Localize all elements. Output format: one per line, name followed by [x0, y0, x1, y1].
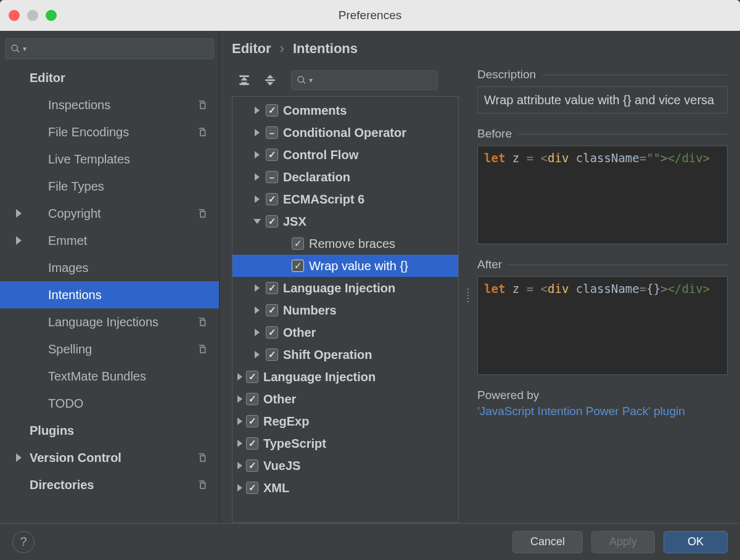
checkbox[interactable] — [246, 415, 258, 427]
sidebar-item-copyright[interactable]: Copyright — [0, 200, 219, 227]
sidebar-item-directories[interactable]: Directories — [0, 471, 219, 498]
chevron-right-icon[interactable] — [234, 437, 246, 450]
tree-node[interactable]: Wrap value with {} — [232, 255, 458, 277]
tree-search[interactable]: ▾ — [291, 70, 438, 90]
sidebar-item-version-control[interactable]: Version Control — [0, 444, 219, 471]
tree-node[interactable]: Language Injection — [232, 277, 458, 299]
checkbox[interactable] — [246, 437, 258, 450]
sidebar-item-intentions[interactable]: Intentions — [0, 281, 219, 308]
sidebar-search[interactable]: ▾ — [5, 38, 214, 59]
chevron-right-icon[interactable] — [234, 482, 246, 494]
tree-node[interactable]: Remove braces — [232, 233, 458, 255]
chevron-right-icon[interactable] — [251, 282, 263, 294]
chevron-right-icon — [16, 209, 22, 218]
checkbox[interactable] — [266, 193, 278, 205]
checkbox[interactable] — [246, 482, 258, 494]
checkbox[interactable] — [292, 260, 304, 272]
checkbox[interactable] — [246, 459, 258, 472]
tree-search-input[interactable] — [315, 75, 432, 86]
tree-node-label: Other — [283, 326, 316, 340]
settings-sidebar: ▾ EditorInspectionsFile EncodingsLive Te… — [0, 31, 220, 523]
collapse-all-button[interactable] — [261, 72, 279, 89]
checkbox[interactable] — [266, 348, 278, 361]
sidebar-item-label: Spelling — [48, 342, 92, 356]
traffic-zoom[interactable] — [46, 10, 57, 21]
tree-node-label: VueJS — [263, 459, 300, 473]
sidebar-item-file-encodings[interactable]: File Encodings — [0, 118, 219, 146]
chevron-down-icon: ▾ — [309, 76, 313, 84]
splitter-handle[interactable] — [466, 68, 470, 523]
tree-node-label: Wrap value with {} — [309, 259, 408, 273]
cancel-button[interactable]: Cancel — [512, 531, 583, 553]
checkbox[interactable] — [266, 282, 278, 294]
tree-node[interactable]: VueJS — [232, 455, 458, 477]
tree-node[interactable]: Conditional Operator — [232, 121, 458, 144]
chevron-down-icon[interactable] — [251, 215, 263, 228]
traffic-close[interactable] — [9, 10, 20, 21]
sidebar-item-inspections[interactable]: Inspections — [0, 91, 219, 118]
sidebar-item-images[interactable]: Images — [0, 254, 219, 281]
tree-node[interactable]: Shift Operation — [232, 344, 458, 366]
tree-node[interactable]: Other — [232, 321, 458, 344]
tree-node-label: Comments — [283, 104, 347, 118]
sidebar-item-file-types[interactable]: File Types — [0, 173, 219, 200]
chevron-right-icon[interactable] — [251, 171, 263, 183]
expand-all-button[interactable] — [236, 72, 253, 89]
sidebar-item-plugins[interactable]: Plugins — [0, 417, 219, 444]
tree-node[interactable]: JSX — [232, 210, 458, 233]
tree-node[interactable]: Numbers — [232, 299, 458, 321]
sidebar-item-label: Copyright — [48, 207, 101, 221]
tree-node[interactable]: Other — [232, 388, 458, 410]
apply-button[interactable]: Apply — [591, 531, 655, 553]
ok-button[interactable]: OK — [664, 531, 728, 553]
chevron-right-icon[interactable] — [234, 393, 246, 405]
checkbox[interactable] — [266, 171, 278, 183]
chevron-right-icon[interactable] — [251, 348, 263, 361]
checkbox[interactable] — [266, 126, 278, 139]
checkbox[interactable] — [246, 371, 258, 383]
chevron-right-icon[interactable] — [251, 149, 263, 161]
sidebar-item-label: File Types — [48, 179, 104, 194]
chevron-right-icon[interactable] — [251, 193, 263, 205]
sidebar-item-label: Editor — [30, 71, 65, 85]
tree-node[interactable]: TypeScript — [232, 432, 458, 455]
tree-node[interactable]: RegExp — [232, 410, 458, 432]
help-button[interactable]: ? — [12, 531, 35, 553]
sidebar-item-todo[interactable]: TODO — [0, 390, 219, 417]
scheme-icon — [197, 479, 208, 490]
chevron-right-icon[interactable] — [251, 304, 263, 316]
tree-node[interactable]: Control Flow — [232, 144, 458, 166]
sidebar-item-textmate-bundles[interactable]: TextMate Bundles — [0, 363, 219, 390]
sidebar-item-label: Emmet — [48, 234, 87, 248]
sidebar-item-emmet[interactable]: Emmet — [0, 227, 219, 254]
chevron-down-icon: ▾ — [23, 44, 27, 53]
chevron-right-icon[interactable] — [251, 126, 263, 139]
chevron-right-icon[interactable] — [234, 459, 246, 472]
chevron-right-icon[interactable] — [234, 415, 246, 427]
tree-node[interactable]: Language Injection — [232, 366, 458, 388]
sidebar-search-input[interactable] — [29, 43, 208, 54]
tree-node-label: ECMAScript 6 — [283, 192, 364, 207]
checkbox[interactable] — [266, 215, 278, 228]
checkbox[interactable] — [266, 104, 278, 117]
tree-node[interactable]: Comments — [232, 99, 458, 121]
sidebar-item-spelling[interactable]: Spelling — [0, 336, 219, 363]
checkbox[interactable] — [266, 304, 278, 316]
chevron-right-icon[interactable] — [234, 371, 246, 383]
tree-node[interactable]: Declaration — [232, 166, 458, 188]
checkbox[interactable] — [246, 393, 258, 405]
tree-node[interactable]: ECMAScript 6 — [232, 188, 458, 210]
breadcrumb: Editor › Intentions — [232, 41, 728, 57]
sidebar-item-editor[interactable]: Editor — [0, 64, 219, 91]
sidebar-item-language-injections[interactable]: Language Injections — [0, 308, 219, 336]
after-label: After — [477, 258, 502, 271]
chevron-right-icon[interactable] — [251, 104, 263, 117]
checkbox[interactable] — [292, 237, 304, 250]
chevron-right-icon[interactable] — [251, 326, 263, 339]
sidebar-item-live-templates[interactable]: Live Templates — [0, 146, 219, 173]
intentions-tree[interactable]: CommentsConditional OperatorControl Flow… — [232, 96, 459, 523]
tree-node[interactable]: XML — [232, 477, 458, 499]
checkbox[interactable] — [266, 149, 278, 161]
checkbox[interactable] — [266, 326, 278, 339]
plugin-link[interactable]: 'JavaScript Intention Power Pack' plugin — [477, 405, 728, 418]
